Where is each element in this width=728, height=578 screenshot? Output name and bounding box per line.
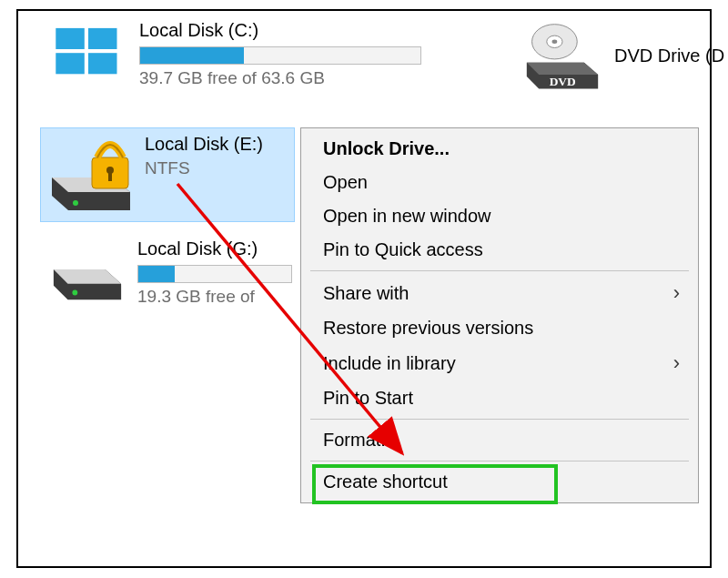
svg-point-12 <box>72 290 77 296</box>
windows-drive-icon <box>50 20 126 78</box>
drive-c-capacity-bar <box>139 46 421 65</box>
drive-g-free-text: 19.3 GB free of <box>137 287 292 307</box>
menu-pin-start-label: Pin to Start <box>323 388 413 409</box>
drive-dvd[interactable]: DVD DVD Drive (D <box>523 22 724 93</box>
menu-open-label: Open <box>323 172 368 193</box>
svg-point-8 <box>73 200 78 206</box>
menu-open[interactable]: Open <box>301 166 698 199</box>
drive-c-free-text: 39.7 GB free of 63.6 GB <box>139 68 421 88</box>
menu-create-shortcut[interactable]: Create shortcut <box>301 465 698 499</box>
menu-separator <box>310 270 689 271</box>
svg-rect-3 <box>88 53 117 74</box>
menu-separator <box>310 419 689 420</box>
menu-separator <box>310 461 689 461</box>
svg-rect-1 <box>88 28 117 49</box>
drive-c-capacity-fill <box>140 47 244 64</box>
drive-dvd-label: DVD Drive (D <box>614 46 724 66</box>
drive-c[interactable]: Local Disk (C:) 39.7 GB free of 63.6 GB <box>50 20 421 88</box>
svg-rect-11 <box>108 172 112 181</box>
drive-e[interactable]: Local Disk (E:) NTFS <box>40 127 295 222</box>
explorer-pane: Local Disk (C:) 39.7 GB free of 63.6 GB … <box>16 9 712 568</box>
menu-restore-previous-label: Restore previous versions <box>323 318 533 339</box>
svg-rect-0 <box>56 28 85 49</box>
drive-g[interactable]: Local Disk (G:) 19.3 GB free of <box>50 238 292 307</box>
menu-create-shortcut-label: Create shortcut <box>323 472 448 492</box>
drive-g-capacity-fill <box>138 266 175 282</box>
menu-open-new-window-label: Open in new window <box>323 206 491 227</box>
drive-e-filesystem: NTFS <box>145 158 263 178</box>
menu-unlock-drive-label: Unlock Drive... <box>323 138 450 159</box>
drive-c-label: Local Disk (C:) <box>139 20 421 41</box>
menu-include-library-label: Include in library <box>323 353 456 374</box>
menu-pin-quick-access-label: Pin to Quick access <box>323 239 483 260</box>
menu-format-label: Format... <box>323 430 396 451</box>
svg-rect-2 <box>56 53 85 74</box>
menu-open-new-window[interactable]: Open in new window <box>301 199 698 233</box>
menu-include-library[interactable]: Include in library › <box>301 345 698 381</box>
menu-format[interactable]: Format... <box>301 423 698 457</box>
drive-g-capacity-bar <box>137 265 292 283</box>
chevron-right-icon: › <box>673 281 680 305</box>
menu-pin-quick-access[interactable]: Pin to Quick access <box>301 233 698 267</box>
menu-unlock-drive[interactable]: Unlock Drive... <box>301 132 698 166</box>
dvd-drive-icon: DVD <box>523 22 602 93</box>
menu-pin-start[interactable]: Pin to Start <box>301 381 698 415</box>
drive-e-label: Local Disk (E:) <box>145 134 263 155</box>
menu-share-with[interactable]: Share with › <box>301 275 698 311</box>
drive-g-label: Local Disk (G:) <box>137 238 292 259</box>
hdd-icon <box>50 238 125 306</box>
locked-drive-icon <box>48 134 136 216</box>
menu-share-with-label: Share with <box>323 283 410 304</box>
context-menu: Unlock Drive... Open Open in new window … <box>300 127 699 503</box>
menu-restore-previous[interactable]: Restore previous versions <box>301 311 698 345</box>
svg-point-6 <box>552 40 558 44</box>
chevron-right-icon: › <box>673 351 680 375</box>
svg-text:DVD: DVD <box>550 75 576 88</box>
